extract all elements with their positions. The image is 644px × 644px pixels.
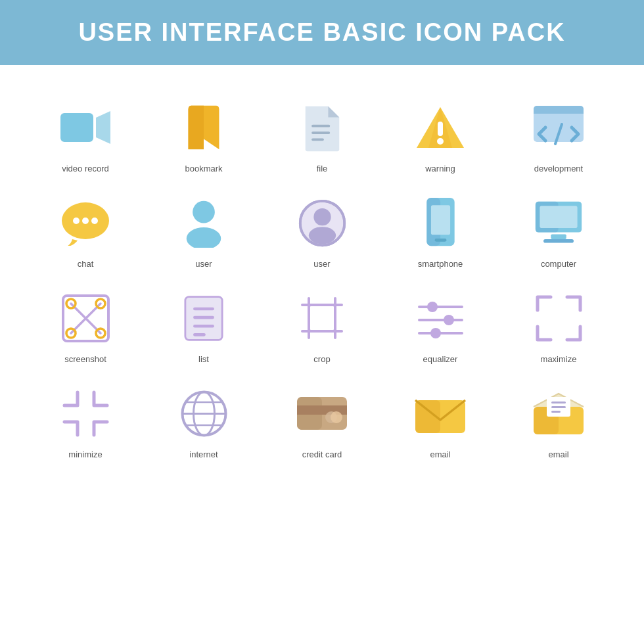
computer-icon (529, 193, 588, 252)
svg-rect-26 (434, 239, 446, 242)
icon-item-video-record: video record (26, 85, 145, 180)
svg-rect-0 (60, 113, 93, 142)
svg-rect-75 (551, 406, 566, 408)
chat-label: chat (78, 259, 94, 269)
icon-item-screenshot: screenshot (26, 275, 145, 371)
development-label: development (534, 164, 583, 173)
icon-item-list: list (145, 275, 263, 371)
svg-rect-7 (438, 122, 443, 136)
warning-label: warning (425, 164, 455, 173)
icon-grid: video record bookmark (0, 65, 644, 486)
equalizer-icon (411, 288, 470, 348)
svg-rect-42 (193, 324, 214, 327)
smartphone-label: smartphone (418, 259, 463, 269)
icon-item-crop: crop (263, 275, 381, 371)
icon-item-equalizer: equalizer (381, 275, 499, 371)
file-icon (292, 98, 352, 157)
svg-rect-74 (551, 402, 566, 403)
email1-label: email (430, 449, 450, 459)
bookmark-label: bookmark (185, 164, 222, 173)
user1-icon (174, 193, 233, 252)
list-icon (174, 288, 233, 348)
email1-icon (411, 384, 470, 443)
credit-card-label: credit card (302, 449, 342, 459)
email2-icon (529, 384, 588, 443)
icon-item-email1: email (381, 371, 499, 466)
icon-item-chat: chat (26, 180, 145, 275)
icon-item-warning: warning (381, 85, 499, 180)
video-record-label: video record (62, 164, 109, 173)
internet-icon (174, 384, 233, 443)
equalizer-label: equalizer (423, 354, 458, 364)
svg-point-54 (427, 302, 438, 312)
svg-rect-41 (193, 315, 214, 319)
minimize-icon (56, 384, 115, 443)
user2-icon (292, 193, 352, 252)
svg-rect-4 (311, 138, 324, 141)
icon-item-user1: user (145, 180, 263, 275)
maximize-label: maximize (541, 354, 577, 364)
svg-point-8 (437, 138, 444, 145)
user1-label: user (195, 259, 212, 269)
smartphone-icon (411, 193, 470, 252)
list-label: list (198, 354, 209, 364)
svg-point-15 (82, 218, 89, 224)
crop-label: crop (313, 354, 330, 364)
file-label: file (317, 164, 328, 173)
computer-label: computer (541, 259, 576, 269)
svg-rect-43 (193, 333, 206, 336)
development-icon (529, 98, 588, 157)
svg-point-18 (187, 227, 221, 248)
svg-point-58 (430, 328, 441, 338)
svg-point-20 (313, 208, 331, 225)
screenshot-label: screenshot (64, 354, 106, 364)
svg-rect-25 (430, 205, 449, 235)
icon-item-internet: internet (145, 371, 263, 466)
svg-point-16 (91, 218, 98, 224)
header: USER INTERFACE BASIC ICON PACK (0, 0, 644, 65)
icon-item-file: file (263, 85, 381, 180)
svg-point-21 (308, 227, 335, 244)
svg-rect-44 (309, 305, 335, 331)
svg-marker-1 (96, 111, 110, 144)
svg-rect-29 (540, 206, 577, 228)
maximize-icon (529, 288, 588, 348)
svg-rect-2 (311, 124, 330, 127)
email2-label: email (548, 449, 568, 459)
bookmark-icon (174, 98, 233, 157)
credit-card-icon (292, 384, 352, 443)
screenshot-icon (56, 288, 115, 348)
page-container: USER INTERFACE BASIC ICON PACK video rec… (0, 0, 644, 486)
svg-point-14 (73, 218, 80, 224)
chat-icon (56, 193, 115, 252)
minimize-label: minimize (68, 449, 102, 459)
icon-item-email2: email (499, 371, 618, 466)
svg-rect-31 (543, 239, 574, 242)
svg-point-68 (331, 411, 342, 423)
svg-rect-11 (534, 110, 584, 114)
video-record-icon (56, 98, 115, 157)
icon-item-maximize: maximize (499, 275, 618, 371)
icon-item-credit-card: credit card (263, 371, 381, 466)
page-title: USER INTERFACE BASIC ICON PACK (13, 18, 631, 47)
icon-item-bookmark: bookmark (145, 85, 263, 180)
crop-icon (292, 288, 352, 348)
svg-point-17 (193, 200, 215, 223)
icon-item-user2: user (263, 180, 381, 275)
user2-label: user (313, 259, 330, 269)
internet-label: internet (189, 449, 218, 459)
icon-item-development: development (499, 85, 618, 180)
icon-item-minimize: minimize (26, 371, 145, 466)
svg-rect-40 (193, 307, 214, 310)
svg-rect-76 (551, 411, 561, 413)
icon-item-smartphone: smartphone (381, 180, 499, 275)
svg-rect-30 (551, 234, 566, 239)
warning-icon (411, 98, 470, 157)
svg-rect-3 (311, 131, 330, 134)
svg-point-56 (444, 315, 454, 325)
icon-item-computer: computer (499, 180, 618, 275)
